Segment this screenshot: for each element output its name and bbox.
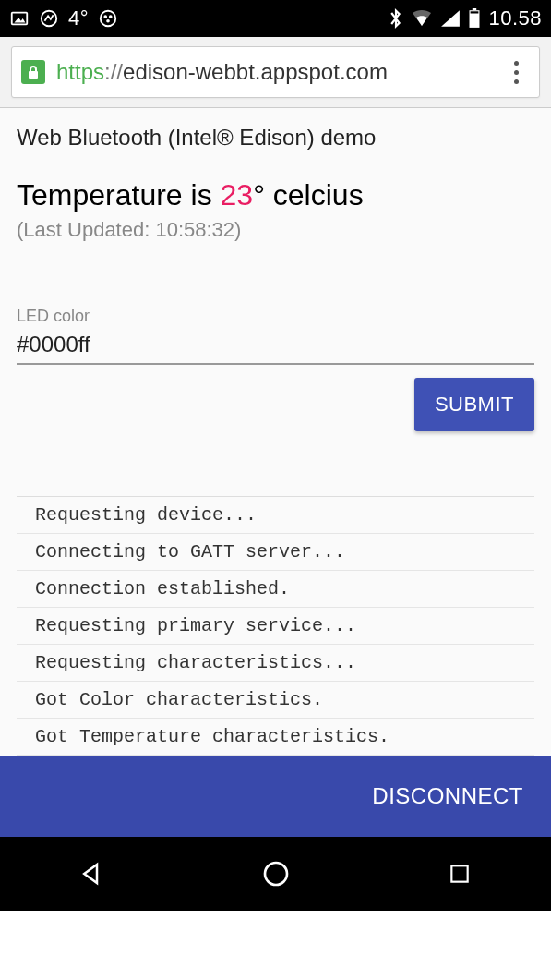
battery-icon	[468, 8, 481, 29]
svg-rect-9	[473, 8, 476, 10]
url-host: edison-webbt.appspot.com	[123, 59, 388, 84]
bottom-action-bar: DISCONNECT	[0, 756, 551, 837]
led-color-input[interactable]	[17, 326, 534, 365]
svg-point-13	[265, 863, 287, 885]
picture-icon	[9, 8, 30, 29]
svg-point-4	[104, 16, 106, 18]
face-icon	[98, 8, 118, 29]
temp-suffix: ° celcius	[253, 178, 364, 212]
page-title: Web Bluetooth (Intel® Edison) demo	[17, 125, 534, 151]
log-line: Connecting to GATT server...	[17, 534, 534, 571]
svg-point-3	[101, 11, 116, 27]
log-list: Requesting device... Connecting to GATT …	[17, 496, 534, 756]
log-line: Requesting characteristics...	[17, 645, 534, 682]
back-button[interactable]	[74, 855, 111, 892]
status-clock: 10.58	[488, 6, 542, 30]
disconnect-button[interactable]: DISCONNECT	[372, 783, 523, 809]
bluetooth-icon	[389, 7, 403, 30]
browser-toolbar: https://edison-webbt.appspot.com	[0, 37, 551, 108]
cell-signal-icon	[440, 9, 461, 28]
page-content: Web Bluetooth (Intel® Edison) demo Tempe…	[0, 108, 551, 756]
log-line: Got Temperature characteristics.	[17, 719, 534, 756]
svg-rect-14	[451, 865, 467, 881]
android-nav-bar	[0, 837, 551, 911]
wifi-icon	[411, 9, 433, 28]
svg-rect-10	[471, 11, 479, 13]
svg-marker-7	[442, 10, 461, 27]
svg-marker-1	[15, 18, 26, 23]
svg-rect-11	[29, 71, 38, 79]
temp-value: 23	[221, 178, 254, 212]
kebab-menu-icon[interactable]	[502, 56, 530, 89]
svg-marker-12	[84, 865, 97, 883]
led-color-field: LED color	[17, 307, 534, 365]
url-box[interactable]: https://edison-webbt.appspot.com	[11, 46, 540, 98]
status-temp: 4°	[68, 6, 89, 30]
svg-point-5	[110, 16, 112, 18]
lock-icon	[21, 60, 45, 84]
log-line: Got Color characteristics.	[17, 682, 534, 719]
svg-point-6	[107, 20, 109, 22]
log-line: Connection established.	[17, 571, 534, 608]
log-line: Requesting device...	[17, 497, 534, 534]
submit-button[interactable]: SUBMIT	[414, 378, 534, 431]
url-scheme: https	[56, 59, 104, 84]
peak-icon	[39, 8, 59, 29]
url-separator: ://	[104, 59, 123, 84]
temp-prefix: Temperature is	[17, 178, 221, 212]
recent-apps-button[interactable]	[441, 855, 478, 892]
last-updated: (Last Updated: 10:58:32)	[17, 218, 534, 242]
url-text: https://edison-webbt.appspot.com	[56, 59, 502, 85]
home-button[interactable]	[258, 855, 294, 892]
temperature-heading: Temperature is 23° celcius	[17, 178, 534, 212]
log-line: Requesting primary service...	[17, 608, 534, 645]
android-status-bar: 4° 10.58	[0, 0, 551, 37]
led-color-label: LED color	[17, 307, 534, 326]
